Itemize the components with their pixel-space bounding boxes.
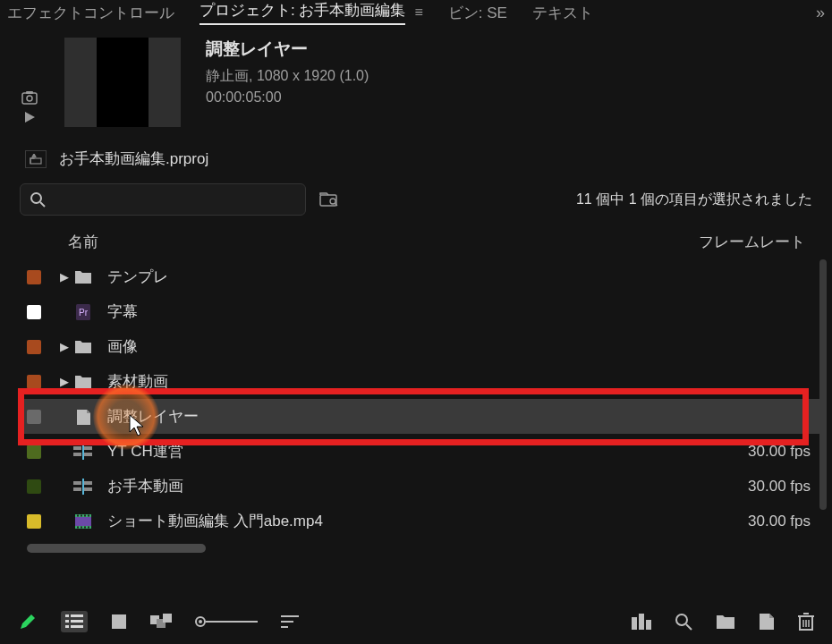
search-row: 11 個中 1 個の項目が選択されました (0, 176, 832, 225)
label-color-swatch[interactable] (27, 514, 41, 529)
search-icon (30, 191, 46, 208)
project-item-row[interactable]: ▶画像 (18, 329, 821, 364)
preview-area: 調整レイヤー 静止画, 1080 x 1920 (1.0) 00:00:05:0… (0, 25, 832, 134)
zoom-slider[interactable] (195, 615, 258, 628)
svg-rect-28 (88, 514, 89, 516)
clip-duration: 00:00:05:00 (206, 88, 282, 107)
column-headers: 名前 フレームレート (0, 225, 832, 259)
tab-project[interactable]: プロジェクト: お手本動画編集 (200, 0, 405, 25)
item-name: ショート動画編集 入門abe.mp4 (107, 511, 703, 531)
preview-thumbnail[interactable] (64, 38, 181, 127)
project-breadcrumb: お手本動画編集.prproj (0, 134, 832, 176)
expand-toggle-icon[interactable]: ▶ (57, 270, 72, 284)
project-item-row[interactable]: ▶Pr字幕 (18, 294, 821, 329)
item-type-icon (72, 340, 95, 354)
sort-button[interactable] (281, 614, 299, 629)
expand-toggle-icon[interactable]: ▶ (57, 375, 72, 388)
automate-to-sequence-button[interactable] (632, 613, 651, 631)
svg-rect-27 (84, 514, 86, 516)
panel-menu-icon[interactable]: ≡ (414, 4, 422, 21)
svg-line-53 (686, 624, 692, 630)
poster-frame-button[interactable] (20, 88, 39, 107)
svg-rect-39 (112, 614, 126, 629)
search-box[interactable] (20, 183, 306, 216)
svg-rect-51 (646, 620, 651, 630)
project-item-row[interactable]: ▶YT CH運営30.00 fps (18, 434, 821, 469)
clip-title: 調整レイヤー (206, 38, 308, 61)
svg-rect-19 (84, 481, 92, 485)
svg-rect-20 (73, 487, 81, 491)
item-name: 調整レイヤー (107, 406, 703, 427)
project-item-list: ▶テンプレ▶Pr字幕▶画像▶素材動画▶調整レイヤー▶YT CH運営30.00 f… (18, 259, 821, 538)
label-color-swatch[interactable] (27, 479, 41, 494)
svg-rect-29 (77, 526, 79, 528)
item-name: お手本動画 (107, 476, 703, 496)
icon-view-button[interactable] (111, 614, 127, 630)
svg-rect-0 (22, 93, 37, 104)
item-name: テンプレ (107, 267, 703, 287)
search-input[interactable] (53, 191, 296, 208)
nav-up-button[interactable] (25, 150, 47, 168)
item-type-icon (72, 479, 95, 495)
column-framerate[interactable]: フレームレート (671, 232, 805, 252)
item-type-icon (72, 270, 95, 284)
tab-bin-se[interactable]: ビン: SE (448, 3, 507, 23)
project-item-row[interactable]: ▶お手本動画30.00 fps (18, 469, 821, 504)
label-color-swatch[interactable] (27, 375, 41, 389)
item-name: YT CH運営 (107, 441, 703, 462)
svg-rect-21 (84, 487, 92, 491)
project-item-row[interactable]: ▶テンプレ (18, 259, 821, 294)
item-type-icon (72, 375, 95, 389)
project-item-row[interactable]: ▶ショート動画編集 入門abe.mp430.00 fps (18, 504, 821, 538)
svg-point-52 (676, 614, 687, 625)
column-name[interactable]: 名前 (68, 232, 671, 252)
project-filename[interactable]: お手本動画編集.prproj (59, 148, 208, 169)
svg-point-44 (199, 620, 202, 623)
item-type-icon (72, 444, 95, 460)
svg-text:Pr: Pr (79, 308, 89, 318)
expand-toggle-icon[interactable]: ▶ (57, 340, 72, 353)
tab-text[interactable]: テキスト (532, 3, 593, 23)
svg-rect-1 (26, 91, 33, 94)
preview-play-button[interactable] (20, 107, 39, 127)
svg-point-5 (31, 193, 41, 203)
project-item-row[interactable]: ▶素材動画 (18, 364, 821, 399)
horizontal-scrollbar[interactable] (27, 544, 814, 553)
tabs-overflow-icon[interactable]: » (816, 4, 825, 22)
clip-info: 静止画, 1080 x 1920 (1.0) (206, 66, 369, 86)
freeform-view-button[interactable] (150, 614, 172, 630)
item-type-icon (72, 513, 95, 530)
footer-toolbar (0, 599, 832, 644)
new-item-button[interactable] (759, 613, 775, 631)
svg-rect-4 (30, 158, 41, 164)
svg-rect-18 (73, 481, 81, 485)
item-name: 画像 (107, 336, 703, 357)
label-color-swatch[interactable] (27, 410, 41, 424)
tab-effect-controls[interactable]: エフェクトコントロール (7, 3, 174, 23)
item-type-icon: Pr (72, 303, 95, 321)
svg-rect-34 (71, 614, 83, 617)
find-button[interactable] (675, 613, 692, 631)
item-framerate: 30.00 fps (703, 443, 811, 461)
svg-rect-13 (73, 446, 81, 450)
label-color-swatch[interactable] (27, 445, 41, 459)
item-type-icon (72, 408, 95, 426)
svg-rect-35 (65, 620, 69, 623)
label-color-swatch[interactable] (27, 305, 41, 319)
search-bin-button[interactable] (318, 189, 340, 210)
new-bin-button[interactable] (716, 613, 735, 631)
list-view-button[interactable] (61, 611, 88, 632)
delete-button[interactable] (798, 613, 814, 631)
vertical-scrollbar[interactable] (819, 259, 827, 510)
item-framerate: 30.00 fps (703, 478, 811, 496)
label-color-swatch[interactable] (27, 340, 41, 354)
label-color-swatch[interactable] (27, 270, 41, 284)
svg-rect-26 (81, 514, 82, 516)
project-item-row[interactable]: ▶調整レイヤー (18, 399, 821, 434)
selection-status: 11 個中 1 個の項目が選択されました (576, 191, 812, 209)
write-mode-button[interactable] (18, 612, 38, 631)
svg-marker-3 (25, 112, 35, 123)
svg-rect-36 (71, 620, 83, 623)
svg-rect-14 (84, 446, 92, 450)
svg-rect-15 (73, 453, 81, 456)
